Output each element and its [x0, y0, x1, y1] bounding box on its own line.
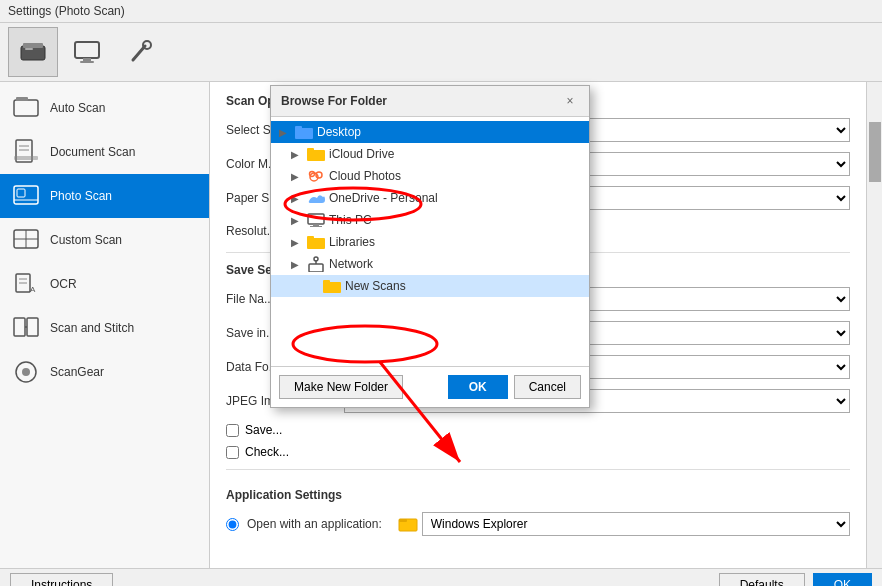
svg-rect-24 [14, 318, 25, 336]
svg-point-45 [314, 257, 318, 261]
sidebar-label-scan-and-stitch: Scan and Stitch [50, 321, 134, 335]
modal-footer: Make New Folder OK Cancel [271, 367, 589, 407]
sidebar-item-custom-scan[interactable]: Custom Scan [0, 218, 209, 262]
icloud-folder-icon [307, 146, 325, 162]
toolbar-btn-preview[interactable] [62, 27, 112, 77]
tree-item-desktop[interactable]: ▶ Desktop [271, 121, 589, 143]
scanner-icon [19, 38, 47, 66]
sidebar: Auto Scan Document Scan Photo Scan [0, 82, 210, 568]
ocr-icon: A [12, 270, 40, 298]
photo-scan-icon [12, 182, 40, 210]
modal-title: Browse For Folder [281, 94, 387, 108]
svg-rect-5 [80, 61, 94, 63]
desktop-chevron: ▶ [279, 127, 291, 138]
scrollbar[interactable] [866, 82, 882, 568]
scrollbar-thumb[interactable] [869, 122, 881, 182]
monitor-icon [73, 38, 101, 66]
modal-content: ▶ Desktop ▶ iCloud Drive ▶ [271, 117, 589, 407]
window-title: Settings (Photo Scan) [8, 4, 125, 18]
tree-label-libraries: Libraries [329, 235, 375, 249]
sidebar-item-ocr[interactable]: A OCR [0, 262, 209, 306]
app-settings-title: Application Settings [226, 488, 850, 502]
check-checkbox-label: Check... [245, 445, 289, 459]
save-checkbox-label: Save... [245, 423, 282, 437]
tree-label-this-pc: This PC [329, 213, 372, 227]
title-bar: Settings (Photo Scan) [0, 0, 882, 23]
sidebar-label-ocr: OCR [50, 277, 77, 291]
wrench-icon [127, 38, 155, 66]
tree-item-network[interactable]: ▶ Network [271, 253, 589, 275]
tree-item-libraries[interactable]: ▶ Libraries [271, 231, 589, 253]
folder-tree[interactable]: ▶ Desktop ▶ iCloud Drive ▶ [271, 117, 589, 367]
tree-label-icloud: iCloud Drive [329, 147, 394, 161]
tree-label-cloud-photos: Cloud Photos [329, 169, 401, 183]
auto-scan-icon [12, 94, 40, 122]
tree-item-this-pc[interactable]: ▶ This PC [271, 209, 589, 231]
svg-rect-0 [21, 46, 45, 60]
sidebar-item-document-scan[interactable]: Document Scan [0, 130, 209, 174]
svg-point-28 [22, 368, 30, 376]
sidebar-item-scan-and-stitch[interactable]: Scan and Stitch [0, 306, 209, 350]
checkbox-row-1: Save... [226, 423, 850, 437]
sidebar-label-custom-scan: Custom Scan [50, 233, 122, 247]
defaults-btn[interactable]: Defaults [719, 573, 805, 587]
modal-ok-btn[interactable]: OK [448, 375, 508, 399]
tree-label-desktop: Desktop [317, 125, 361, 139]
document-scan-icon [12, 138, 40, 166]
sidebar-label-photo-scan: Photo Scan [50, 189, 112, 203]
network-chevron: ▶ [291, 259, 303, 270]
svg-text:A: A [30, 285, 36, 294]
app-settings-section: Application Settings Open with an applic… [226, 480, 850, 554]
network-icon [307, 256, 325, 272]
svg-rect-40 [310, 226, 322, 227]
this-pc-icon [307, 212, 325, 228]
scangear-icon [12, 358, 40, 386]
open-with-row: Open with an application: Windows Explor… [226, 512, 850, 536]
cloud-photos-chevron: ▶ [291, 171, 303, 182]
tree-label-network: Network [329, 257, 373, 271]
browse-folder-modal: Browse For Folder × ▶ Desktop ▶ iClo [270, 85, 590, 408]
svg-rect-1 [23, 43, 43, 48]
modal-close-btn[interactable]: × [561, 92, 579, 110]
sidebar-label-document-scan: Document Scan [50, 145, 135, 159]
svg-rect-47 [323, 280, 330, 284]
svg-rect-3 [75, 42, 99, 58]
modal-cancel-btn[interactable]: Cancel [514, 375, 581, 399]
toolbar-btn-settings[interactable] [116, 27, 166, 77]
make-new-folder-btn[interactable]: Make New Folder [279, 375, 403, 399]
sidebar-item-photo-scan[interactable]: Photo Scan [0, 174, 209, 218]
svg-rect-39 [313, 224, 319, 226]
ok-btn-bottom[interactable]: OK [813, 573, 872, 587]
open-with-radio[interactable] [226, 518, 239, 531]
tree-item-icloud[interactable]: ▶ iCloud Drive [271, 143, 589, 165]
instructions-btn[interactable]: Instructions [10, 573, 113, 587]
windows-explorer-icon [398, 516, 418, 532]
tree-item-new-scans[interactable]: New Scans [271, 275, 589, 297]
onedrive-icon [307, 190, 325, 206]
sidebar-label-scangear: ScanGear [50, 365, 104, 379]
icloud-chevron: ▶ [291, 149, 303, 160]
custom-scan-icon [12, 226, 40, 254]
svg-rect-34 [307, 148, 314, 152]
open-with-label: Open with an application: [247, 517, 382, 531]
svg-rect-43 [309, 264, 323, 272]
sidebar-item-scangear[interactable]: ScanGear [0, 350, 209, 394]
tree-item-onedrive[interactable]: ▶ OneDrive - Personal [271, 187, 589, 209]
svg-rect-38 [308, 214, 324, 224]
scan-stitch-icon [12, 314, 40, 342]
svg-rect-4 [83, 58, 91, 61]
save-checkbox[interactable] [226, 424, 239, 437]
check-checkbox[interactable] [226, 446, 239, 459]
tree-label-new-scans: New Scans [345, 279, 406, 293]
svg-rect-8 [14, 100, 38, 116]
checkbox-row-2: Check... [226, 445, 850, 459]
modal-ok-cancel-btns: OK Cancel [448, 375, 581, 399]
tree-item-cloud-photos[interactable]: ▶ Cloud Photos [271, 165, 589, 187]
sidebar-item-auto-scan[interactable]: Auto Scan [0, 86, 209, 130]
svg-rect-30 [399, 519, 407, 522]
new-scans-folder-icon [323, 278, 341, 294]
open-with-dropdown[interactable]: Windows Explorer [422, 512, 850, 536]
tree-label-onedrive: OneDrive - Personal [329, 191, 438, 205]
toolbar-btn-scanner[interactable] [8, 27, 58, 77]
this-pc-chevron: ▶ [291, 215, 303, 226]
